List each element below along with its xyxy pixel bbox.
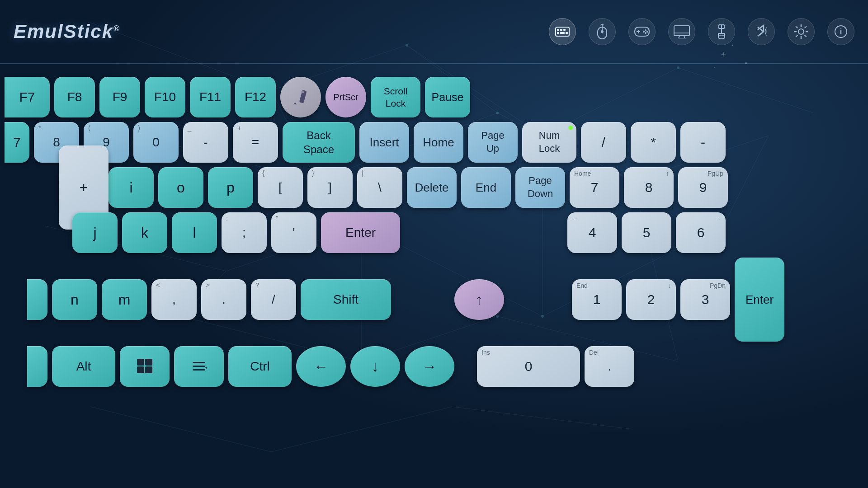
app-logo: EmulStick® [14,21,120,42]
key-num5[interactable]: 5 [622,212,671,253]
key-o[interactable]: o [158,167,203,208]
key-f8[interactable]: F8 [54,77,95,117]
row-numbers: 7 * 8 ( 9 ) 0 _ - + = BackSpace Insert [5,122,863,163]
key-arrow-up[interactable]: ↑ [454,279,504,320]
usb-icon[interactable] [708,18,735,45]
key-pause[interactable]: Pause [425,77,470,117]
svg-rect-78 [137,359,144,366]
key-arrow-left[interactable]: ← [296,346,346,387]
svg-rect-82 [193,362,205,363]
key-num9[interactable]: PgUp 9 [678,167,728,208]
key-num3[interactable]: PgDn 3 [680,279,730,320]
svg-point-58 [645,29,646,31]
gamepad-icon[interactable] [628,18,656,45]
svg-point-59 [646,31,648,33]
key-f11[interactable]: F11 [190,77,231,117]
key-n[interactable]: n [52,279,97,320]
key-0[interactable]: ) 0 [133,122,179,163]
key-f9[interactable]: F9 [99,77,140,117]
key-delete[interactable]: Delete [407,167,457,208]
svg-rect-68 [719,25,721,28]
key-num0[interactable]: Ins 0 [477,346,580,387]
svg-rect-69 [722,25,724,28]
keyboard-icon[interactable] [549,18,576,45]
bluetooth-icon[interactable] [748,18,775,45]
row-fkeys: F7 F8 F9 F10 F11 F12 PrtScr [5,77,863,117]
key-bracket-close[interactable]: } ] [307,167,353,208]
key-f10[interactable]: F10 [145,77,185,117]
monitor-icon[interactable] [668,18,695,45]
key-l[interactable]: l [172,212,217,253]
key-backslash[interactable]: | \ [357,167,402,208]
key-comma[interactable]: < , [151,279,197,320]
key-m[interactable]: m [102,279,147,320]
key-numpad-mul[interactable]: * [631,122,676,163]
svg-rect-49 [566,32,568,34]
key-num1[interactable]: End 1 [572,279,622,320]
svg-rect-84 [193,369,205,371]
key-j[interactable]: j [72,212,118,253]
key-arrow-down[interactable]: ↓ [350,346,400,387]
info-icon[interactable]: i [827,18,854,45]
divider [0,63,868,64]
key-pageup[interactable]: PageUp [468,122,518,163]
key-equals[interactable]: + = [233,122,278,163]
key-arrow-right[interactable]: → [405,346,454,387]
key-numpad-div[interactable]: / [581,122,626,163]
numlock-indicator [568,126,573,130]
svg-rect-79 [145,359,152,366]
key-enter[interactable]: Enter [321,212,400,253]
svg-rect-83 [193,366,205,367]
svg-rect-48 [560,32,565,34]
svg-marker-85 [205,367,207,369]
svg-rect-46 [563,29,566,31]
key-pagedown[interactable]: PageDown [515,167,565,208]
key-backspace[interactable]: BackSpace [283,122,355,163]
svg-rect-81 [145,366,152,373]
key-win[interactable] [120,346,170,387]
key-ctrl[interactable]: Ctrl [228,346,292,387]
key-k[interactable]: k [122,212,167,253]
key-p[interactable]: p [208,167,253,208]
svg-rect-80 [137,366,144,373]
svg-marker-76 [293,103,297,104]
mouse-icon[interactable] [589,18,616,45]
key-semicolon[interactable]: : ; [222,212,267,253]
svg-rect-62 [674,26,689,36]
key-partial-left[interactable] [27,279,47,320]
key-f12[interactable]: F12 [235,77,276,117]
key-prtscr[interactable]: PrtScr [326,77,366,117]
key-num4[interactable]: ← 4 [567,212,617,253]
settings-icon[interactable] [788,18,815,45]
key-minus[interactable]: _ - [183,122,228,163]
key-numdel[interactable]: Del . [585,346,634,387]
key-menu[interactable] [174,346,224,387]
key-period[interactable]: > . [201,279,246,320]
key-insert[interactable]: Insert [359,122,409,163]
key-home[interactable]: Home [414,122,463,163]
key-num2[interactable]: ↓ 2 [626,279,676,320]
key-i[interactable]: i [108,167,154,208]
svg-text:i: i [840,27,842,36]
key-quote[interactable]: " ' [271,212,316,253]
key-f7[interactable]: F7 [5,77,50,117]
topbar-icons: i [549,18,854,45]
key-7-partial[interactable]: 7 [5,122,29,163]
key-num8[interactable]: ↑ 8 [624,167,674,208]
key-num6[interactable]: → 6 [676,212,726,253]
key-partial-bottom-left[interactable] [27,346,47,387]
key-num7[interactable]: Home 7 [570,167,619,208]
keyboard-area: F7 F8 F9 F10 F11 F12 PrtScr [0,68,868,488]
key-numpad-enter[interactable]: Enter [735,258,784,342]
key-shift[interactable]: Shift [301,279,391,320]
topbar: EmulStick® [0,0,868,63]
key-numlock[interactable]: NumLock [522,122,576,163]
app-name: EmulStick [14,21,113,42]
key-scrolllock[interactable]: ScrollLock [371,77,420,117]
key-slash[interactable]: ? / [251,279,296,320]
key-bracket-open[interactable]: { [ [258,167,303,208]
key-numpad-minus[interactable]: - [680,122,726,163]
key-end[interactable]: End [461,167,511,208]
key-alt[interactable]: Alt [52,346,115,387]
key-pencil[interactable] [280,77,321,117]
